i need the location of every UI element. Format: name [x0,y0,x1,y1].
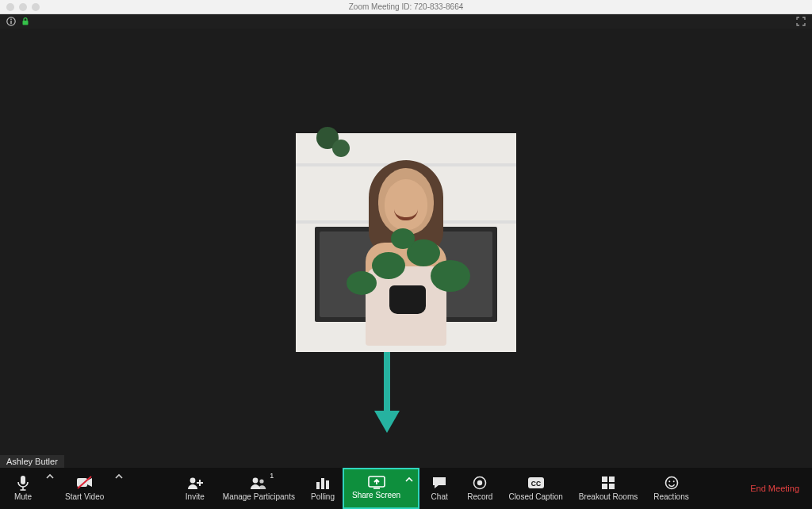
callout-arrow [374,352,400,441]
svg-point-9 [190,477,195,483]
svg-rect-25 [602,484,607,489]
microphone-icon [16,475,30,491]
reactions-label: Reactions [653,492,688,501]
invite-label: Invite [186,492,205,501]
meeting-info-bar [0,14,812,29]
svg-text:CC: CC [530,479,540,487]
chat-icon [431,475,447,491]
svg-rect-4 [21,476,25,484]
share-screen-highlight: Share Screen [343,468,419,509]
fullscreen-icon[interactable] [796,17,806,26]
share-screen-icon [368,474,385,489]
reactions-icon [665,475,679,491]
polling-label: Polling [311,492,335,501]
invite-icon [186,475,204,491]
closed-caption-icon: CC [527,475,545,491]
meeting-toolbar: Mute Start Video Invite 1 Manage [0,468,812,509]
participant-video-tile[interactable] [296,133,516,352]
participant-name-label: Ashley Butler [0,455,64,468]
svg-rect-15 [321,478,324,489]
window-titlebar: Zoom Meeting ID: 720-833-8664 [0,0,812,14]
share-options-chevron[interactable] [405,471,415,504]
svg-point-29 [672,480,674,482]
mute-label: Mute [14,492,32,501]
reactions-button[interactable]: Reactions [645,468,696,509]
meeting-info-icon[interactable] [6,17,16,26]
chat-label: Chat [431,492,448,501]
svg-rect-1 [10,21,11,24]
traffic-light-zoom[interactable] [32,3,40,11]
video-options-chevron[interactable] [112,468,126,509]
mute-button[interactable]: Mute [3,468,43,509]
end-meeting-button[interactable]: End Meeting [745,468,804,509]
video-content [296,133,516,352]
breakout-rooms-button[interactable]: Breakout Rooms [571,468,645,509]
svg-point-12 [253,477,259,483]
window-title: Zoom Meeting ID: 720-833-8664 [349,2,464,11]
start-video-button[interactable]: Start Video [57,468,112,509]
traffic-lights [0,3,40,11]
video-stage [0,29,812,468]
record-button[interactable]: Record [459,468,500,509]
svg-point-28 [668,480,670,482]
svg-rect-24 [609,476,615,482]
breakout-rooms-icon [601,475,615,491]
camera-off-icon [76,475,94,491]
svg-rect-14 [316,482,320,489]
chat-button[interactable]: Chat [419,468,459,509]
participant-count-badge: 1 [270,472,274,480]
svg-rect-26 [609,484,615,489]
start-video-label: Start Video [65,492,104,501]
record-icon [473,475,487,491]
svg-rect-23 [602,476,607,482]
record-label: Record [467,492,492,501]
closed-caption-button[interactable]: CC Closed Caption [500,468,570,509]
encryption-icon[interactable] [21,17,30,26]
share-screen-button[interactable]: Share Screen [347,471,405,504]
polling-button[interactable]: Polling [303,468,343,509]
share-screen-label: Share Screen [352,491,400,499]
manage-participants-button[interactable]: 1 Manage Participants [215,468,303,509]
svg-rect-3 [23,21,29,25]
svg-rect-2 [10,19,11,20]
svg-point-20 [477,480,482,484]
traffic-light-minimize[interactable] [19,3,27,11]
svg-rect-16 [326,480,329,489]
audio-options-chevron[interactable] [43,468,57,509]
svg-point-13 [260,479,264,483]
participants-icon: 1 [250,475,267,491]
manage-participants-label: Manage Participants [223,492,295,501]
invite-button[interactable]: Invite [175,468,215,509]
closed-caption-label: Closed Caption [508,492,562,501]
breakout-rooms-label: Breakout Rooms [579,492,638,501]
traffic-light-close[interactable] [6,3,14,11]
polling-icon [316,475,330,491]
